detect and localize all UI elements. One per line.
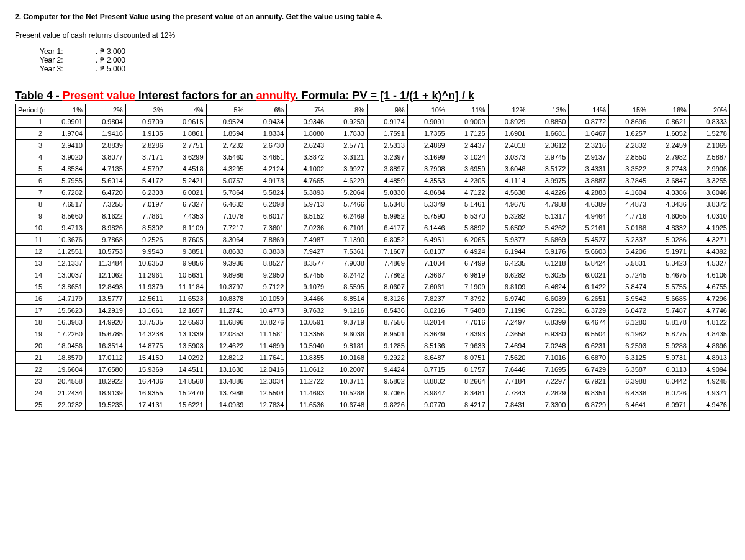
factor-cell: 6.4641 [609, 399, 649, 411]
factor-cell: 7.5620 [488, 352, 528, 364]
factor-cell: 9.8181 [327, 340, 368, 352]
factor-cell: 6.4338 [609, 387, 649, 399]
factor-cell: 13.7986 [206, 387, 246, 399]
factor-cell: 2.5313 [368, 140, 408, 151]
table-title: Table 4 - Present value interest factors… [15, 89, 730, 102]
factor-cell: 8.3649 [407, 328, 448, 340]
factor-cell: 4.7296 [689, 293, 729, 305]
factor-cell: 6.4177 [368, 222, 408, 234]
factor-cell: 5.4527 [569, 234, 609, 246]
table-row: 109.47138.98268.53028.11097.72177.36017.… [16, 222, 730, 234]
factor-cell: 5.7590 [407, 210, 448, 222]
period-cell: 9 [16, 210, 45, 222]
table-row: 1816.398314.992013.753512.659311.689610.… [16, 317, 730, 328]
factor-cell: 5.6603 [569, 246, 609, 258]
factor-cell: 2.4437 [448, 140, 488, 151]
factor-cell: 7.0248 [528, 340, 569, 352]
factor-cell: 7.6061 [407, 281, 448, 293]
factor-cell: 4.6106 [689, 269, 729, 281]
table-row: 1715.562314.291913.166112.165711.274110.… [16, 305, 730, 317]
factor-cell: 10.6350 [125, 258, 166, 269]
factor-cell: 8.0751 [448, 352, 488, 364]
factor-cell: 5.4675 [649, 269, 690, 281]
factor-cell: 11.2741 [206, 305, 246, 317]
factor-cell: 10.4773 [246, 305, 287, 317]
factor-cell: 15.4150 [125, 352, 166, 364]
factor-cell: 5.5824 [246, 187, 287, 199]
table-row: 54.85344.71354.57974.45184.32954.21244.1… [16, 163, 730, 175]
factor-cell: 8.5660 [45, 210, 86, 222]
factor-cell: 7.1607 [368, 246, 408, 258]
factor-cell: 10.5631 [166, 269, 206, 281]
factor-cell: 8.2014 [407, 317, 448, 328]
period-cell: 2 [16, 128, 45, 140]
factor-cell: 2.9410 [45, 140, 86, 151]
factor-cell: 13.4886 [206, 376, 246, 387]
year-label: Year 3: [40, 65, 96, 73]
factor-cell: 7.8237 [407, 293, 448, 305]
factor-cell: 3.9020 [45, 151, 86, 163]
table-row: 10.99010.98040.97090.96150.95240.94340.9… [16, 116, 730, 128]
factor-cell: 10.6748 [327, 399, 368, 411]
factor-cell: 6.0113 [649, 364, 690, 376]
factor-cell: 0.9524 [206, 116, 246, 128]
factor-cell: 12.1337 [45, 258, 86, 269]
factor-cell: 18.0456 [45, 340, 86, 352]
factor-cell: 10.0591 [287, 317, 327, 328]
period-cell: 19 [16, 328, 45, 340]
factor-cell: 6.1944 [488, 246, 528, 258]
factor-cell: 9.5802 [368, 376, 408, 387]
factor-cell: 11.4699 [246, 340, 287, 352]
year-row: Year 3:. ₱ 5,000 [40, 65, 730, 73]
factor-cell: 18.2922 [85, 376, 125, 387]
factor-cell: 8.4217 [448, 399, 488, 411]
factor-cell: 6.0472 [609, 305, 649, 317]
factor-cell: 0.9346 [287, 116, 327, 128]
factor-cell: 6.8351 [569, 387, 609, 399]
factor-cell: 7.4694 [488, 340, 528, 352]
factor-cell: 9.7632 [287, 305, 327, 317]
factor-cell: 3.0373 [488, 151, 528, 163]
factor-cell: 4.9371 [689, 387, 729, 399]
factor-cell: 9.1285 [368, 340, 408, 352]
factor-cell: 3.3872 [287, 151, 327, 163]
factor-cell: 8.9501 [368, 328, 408, 340]
factor-cell: 3.5460 [206, 151, 246, 163]
factor-cell: 5.1971 [649, 246, 690, 258]
factor-cell: 15.9369 [125, 364, 166, 376]
period-cell: 23 [16, 376, 45, 387]
factor-cell: 10.3676 [45, 234, 86, 246]
factor-cell: 6.4624 [528, 281, 569, 293]
factor-cell: 4.4859 [368, 175, 408, 187]
factor-cell: 8.7455 [287, 269, 327, 281]
factor-cell: 9.2950 [246, 269, 287, 281]
factor-cell: 5.5755 [649, 281, 690, 293]
factor-cell: 7.1909 [448, 281, 488, 293]
period-cell: 21 [16, 352, 45, 364]
factor-cell: 11.2551 [45, 246, 86, 258]
factor-cell: 0.8333 [689, 116, 729, 128]
factor-cell: 6.6039 [528, 293, 569, 305]
factor-cell: 8.3577 [287, 258, 327, 269]
factor-cell: 2.1065 [689, 140, 729, 151]
factor-cell: 6.5504 [569, 328, 609, 340]
table-row: 32.94102.88392.82862.77512.72322.67302.6… [16, 140, 730, 151]
factor-cell: 15.5623 [45, 305, 86, 317]
factor-cell: 9.3851 [166, 246, 206, 258]
factor-cell: 1.8594 [206, 128, 246, 140]
table-row: 1614.717913.577712.561111.652310.837810.… [16, 293, 730, 305]
factor-cell: 7.8393 [448, 328, 488, 340]
factor-cell: 5.6502 [488, 222, 528, 234]
factor-cell: 9.0770 [407, 399, 448, 411]
factor-cell: 8.8527 [246, 258, 287, 269]
factor-cell: 6.8729 [569, 399, 609, 411]
factor-cell: 5.3349 [407, 199, 448, 210]
factor-cell: 5.9952 [368, 210, 408, 222]
factor-cell: 2.3216 [569, 140, 609, 151]
factor-cell: 15.6785 [85, 328, 125, 340]
title-part-3: interest factors for an [135, 89, 256, 102]
factor-cell: 6.6870 [569, 352, 609, 364]
factor-cell: 9.1216 [327, 305, 368, 317]
table-row: 65.79555.60145.41725.24215.07574.91734.7… [16, 175, 730, 187]
factor-cell: 12.0853 [206, 328, 246, 340]
